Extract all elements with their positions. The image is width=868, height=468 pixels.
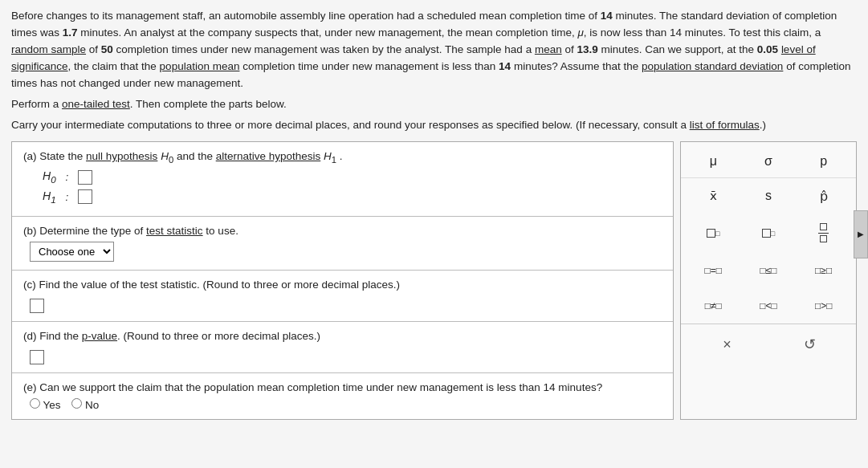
h1-symbol: H1 (43, 189, 56, 205)
sym-mu[interactable]: μ (686, 147, 741, 176)
symbol-actions: × ↺ (681, 324, 856, 364)
main-area: (a) State the null hypothesis H0 and the… (11, 141, 857, 419)
h1-colon: : (66, 191, 69, 203)
sym-gt[interactable]: □>□ (796, 291, 851, 320)
sym-lte[interactable]: □≤□ (741, 256, 797, 285)
sym-box-squared[interactable]: □ (686, 217, 741, 250)
sym-phat[interactable]: p̂ (796, 181, 851, 210)
test-statistic-dropdown[interactable]: Choose one Z t Chi-square F (30, 242, 114, 262)
part-b: (b) Determine the type of test statistic… (12, 217, 673, 271)
undo-button[interactable]: ↺ (794, 331, 826, 358)
sym-xbar[interactable]: x̄ (686, 181, 741, 210)
yes-radio[interactable] (30, 398, 40, 409)
symbol-row5: □≠□ □<□ □>□ (681, 288, 856, 324)
h0-input-box[interactable] (78, 170, 92, 185)
sym-eq[interactable]: □=□ (686, 256, 741, 285)
left-panel: (a) State the null hypothesis H0 and the… (11, 141, 674, 419)
sym-sigma[interactable]: σ (741, 147, 797, 176)
h1-input-box[interactable] (78, 189, 92, 204)
sym-p[interactable]: p (796, 147, 851, 176)
part-e: (e) Can we support the claim that the po… (12, 373, 673, 419)
clear-button[interactable]: × (711, 331, 744, 358)
symbol-row4: □=□ □≤□ □≥□ (681, 253, 856, 288)
h0-symbol: H0 (43, 169, 56, 185)
h0-colon: : (66, 171, 69, 183)
symbol-panel: μ σ p x̄ s p̂ □ □ (680, 141, 857, 419)
sym-s[interactable]: s (741, 181, 797, 210)
part-c-label: (c) Find the value of the test statistic… (23, 279, 662, 291)
sym-box-subscript[interactable]: □ (741, 217, 797, 250)
symbol-row2: x̄ s p̂ (681, 178, 856, 214)
sym-lt[interactable]: □<□ (741, 291, 797, 320)
sym-gte[interactable]: □≥□ (796, 256, 851, 285)
instruction2: Carry your intermediate computations to … (11, 117, 857, 134)
sym-fraction[interactable] (796, 217, 851, 250)
symbol-row3: □ □ (681, 214, 856, 253)
part-c-answer-box[interactable] (30, 299, 44, 313)
instruction1: Perform a one-tailed test. Then complete… (11, 96, 857, 113)
part-c: (c) Find the value of the test statistic… (12, 271, 673, 322)
problem-section: Before changes to its management staff, … (11, 8, 857, 133)
yes-no-group: Yes No (30, 398, 662, 411)
right-edge-toggle[interactable]: ▶ (854, 210, 868, 258)
yes-label[interactable]: Yes (30, 399, 63, 411)
part-b-label: (b) Determine the type of test statistic… (23, 225, 662, 237)
no-radio[interactable] (71, 398, 82, 409)
problem-paragraph: Before changes to its management staff, … (11, 8, 857, 92)
part-d-answer-box[interactable] (30, 350, 44, 364)
part-e-label: (e) Can we support the claim that the po… (23, 381, 662, 393)
test-statistic-wrapper: Choose one Z t Chi-square F (30, 242, 662, 262)
h0-row: H0 : (43, 169, 662, 185)
no-label[interactable]: No (71, 399, 99, 411)
part-a-label: (a) State the null hypothesis H0 and the… (23, 150, 662, 165)
part-a: (a) State the null hypothesis H0 and the… (12, 142, 673, 216)
symbol-header: μ σ p (681, 142, 856, 178)
part-d: (d) Find the p-value. (Round to three or… (12, 322, 673, 373)
sym-neq[interactable]: □≠□ (686, 291, 741, 320)
h1-row: H1 : (43, 189, 662, 205)
part-d-label: (d) Find the p-value. (Round to three or… (23, 330, 662, 342)
